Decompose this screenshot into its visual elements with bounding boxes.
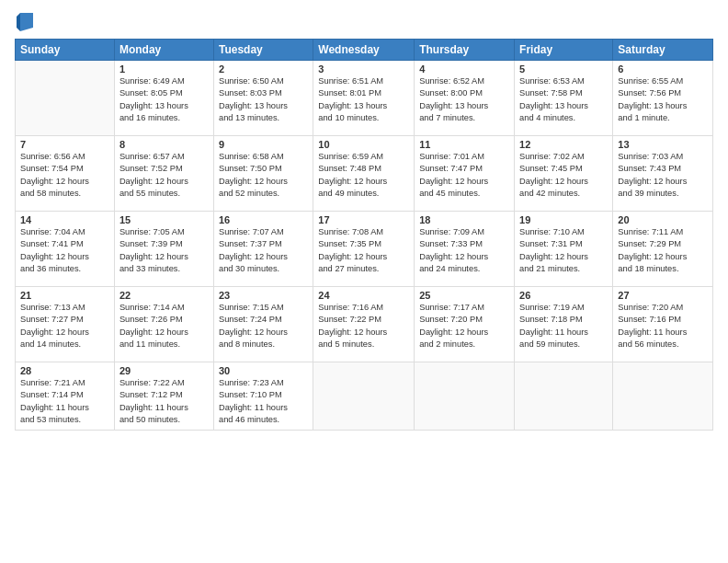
table-row: 12Sunrise: 7:02 AM Sunset: 7:45 PM Dayli… [515, 136, 613, 212]
day-info: Sunrise: 7:10 AM Sunset: 7:31 PM Dayligh… [519, 226, 608, 276]
day-info: Sunrise: 6:57 AM Sunset: 7:52 PM Dayligh… [119, 151, 209, 201]
col-wednesday: Wednesday [313, 40, 415, 61]
day-number: 10 [318, 139, 409, 150]
day-info: Sunrise: 7:21 AM Sunset: 7:14 PM Dayligh… [20, 377, 109, 427]
day-number: 17 [318, 214, 409, 225]
table-row: 22Sunrise: 7:14 AM Sunset: 7:26 PM Dayli… [114, 287, 213, 362]
day-info: Sunrise: 7:03 AM Sunset: 7:43 PM Dayligh… [618, 151, 708, 201]
table-row [313, 362, 415, 431]
table-row: 11Sunrise: 7:01 AM Sunset: 7:47 PM Dayli… [415, 136, 515, 212]
table-row: 6Sunrise: 6:55 AM Sunset: 7:56 PM Daylig… [613, 61, 713, 136]
day-number: 15 [119, 214, 209, 225]
calendar-week-row: 7Sunrise: 6:56 AM Sunset: 7:54 PM Daylig… [16, 136, 713, 212]
table-row: 30Sunrise: 7:23 AM Sunset: 7:10 PM Dayli… [213, 362, 313, 431]
day-info: Sunrise: 7:01 AM Sunset: 7:47 PM Dayligh… [419, 151, 509, 201]
day-number: 13 [618, 139, 708, 150]
table-row: 1Sunrise: 6:49 AM Sunset: 8:05 PM Daylig… [114, 61, 213, 136]
day-number: 22 [119, 290, 209, 301]
day-number: 30 [219, 365, 308, 376]
table-row: 5Sunrise: 6:53 AM Sunset: 7:58 PM Daylig… [515, 61, 613, 136]
day-number: 12 [519, 139, 608, 150]
day-info: Sunrise: 7:04 AM Sunset: 7:41 PM Dayligh… [20, 226, 109, 276]
day-info: Sunrise: 7:17 AM Sunset: 7:20 PM Dayligh… [419, 302, 509, 351]
day-number: 7 [20, 139, 109, 150]
day-number: 11 [419, 139, 509, 150]
day-number: 14 [20, 214, 109, 225]
day-info: Sunrise: 6:50 AM Sunset: 8:03 PM Dayligh… [219, 75, 308, 125]
table-row: 23Sunrise: 7:15 AM Sunset: 7:24 PM Dayli… [213, 287, 313, 362]
table-row: 14Sunrise: 7:04 AM Sunset: 7:41 PM Dayli… [16, 212, 115, 287]
day-number: 3 [318, 63, 409, 75]
table-row [613, 362, 713, 431]
table-row: 19Sunrise: 7:10 AM Sunset: 7:31 PM Dayli… [515, 212, 613, 287]
day-info: Sunrise: 7:22 AM Sunset: 7:12 PM Dayligh… [119, 377, 209, 427]
day-info: Sunrise: 7:13 AM Sunset: 7:27 PM Dayligh… [20, 302, 109, 351]
day-info: Sunrise: 7:07 AM Sunset: 7:37 PM Dayligh… [219, 226, 308, 276]
day-info: Sunrise: 6:52 AM Sunset: 8:00 PM Dayligh… [419, 75, 509, 125]
svg-marker-0 [20, 13, 33, 31]
table-row: 4Sunrise: 6:52 AM Sunset: 8:00 PM Daylig… [415, 61, 515, 136]
day-number: 21 [20, 290, 109, 301]
calendar-week-row: 14Sunrise: 7:04 AM Sunset: 7:41 PM Dayli… [16, 212, 713, 287]
page: Sunday Monday Tuesday Wednesday Thursday… [0, 0, 728, 563]
table-row: 2Sunrise: 6:50 AM Sunset: 8:03 PM Daylig… [213, 61, 313, 136]
day-info: Sunrise: 7:16 AM Sunset: 7:22 PM Dayligh… [318, 302, 409, 351]
table-row: 13Sunrise: 7:03 AM Sunset: 7:43 PM Dayli… [613, 136, 713, 212]
table-row: 15Sunrise: 7:05 AM Sunset: 7:39 PM Dayli… [114, 212, 213, 287]
table-row [515, 362, 613, 431]
day-number: 25 [419, 290, 509, 301]
logo [15, 11, 33, 31]
table-row: 26Sunrise: 7:19 AM Sunset: 7:18 PM Dayli… [515, 287, 613, 362]
day-number: 27 [618, 290, 708, 301]
day-info: Sunrise: 7:15 AM Sunset: 7:24 PM Dayligh… [219, 302, 308, 351]
calendar-week-row: 21Sunrise: 7:13 AM Sunset: 7:27 PM Dayli… [16, 287, 713, 362]
day-number: 19 [519, 214, 608, 225]
day-info: Sunrise: 7:14 AM Sunset: 7:26 PM Dayligh… [119, 302, 209, 351]
day-info: Sunrise: 6:56 AM Sunset: 7:54 PM Dayligh… [20, 151, 109, 201]
day-info: Sunrise: 7:08 AM Sunset: 7:35 PM Dayligh… [318, 226, 409, 276]
table-row [16, 61, 115, 136]
table-row: 16Sunrise: 7:07 AM Sunset: 7:37 PM Dayli… [213, 212, 313, 287]
day-number: 2 [219, 63, 308, 75]
col-friday: Friday [515, 40, 613, 61]
day-info: Sunrise: 6:55 AM Sunset: 7:56 PM Dayligh… [618, 75, 708, 125]
calendar-table: Sunday Monday Tuesday Wednesday Thursday… [15, 39, 713, 431]
col-sunday: Sunday [16, 40, 115, 61]
day-number: 5 [519, 63, 608, 75]
col-monday: Monday [114, 40, 213, 61]
table-row: 17Sunrise: 7:08 AM Sunset: 7:35 PM Dayli… [313, 212, 415, 287]
day-number: 4 [419, 63, 509, 75]
day-number: 8 [119, 139, 209, 150]
day-number: 6 [618, 63, 708, 75]
svg-marker-1 [17, 13, 20, 31]
day-number: 9 [219, 139, 308, 150]
calendar-week-row: 28Sunrise: 7:21 AM Sunset: 7:14 PM Dayli… [16, 362, 713, 431]
day-info: Sunrise: 7:09 AM Sunset: 7:33 PM Dayligh… [419, 226, 509, 276]
table-row: 20Sunrise: 7:11 AM Sunset: 7:29 PM Dayli… [613, 212, 713, 287]
col-saturday: Saturday [613, 40, 713, 61]
table-row: 27Sunrise: 7:20 AM Sunset: 7:16 PM Dayli… [613, 287, 713, 362]
day-info: Sunrise: 7:02 AM Sunset: 7:45 PM Dayligh… [519, 151, 608, 201]
day-info: Sunrise: 7:11 AM Sunset: 7:29 PM Dayligh… [618, 226, 708, 276]
day-info: Sunrise: 6:59 AM Sunset: 7:48 PM Dayligh… [318, 151, 409, 201]
day-info: Sunrise: 7:20 AM Sunset: 7:16 PM Dayligh… [618, 302, 708, 351]
calendar-header-row: Sunday Monday Tuesday Wednesday Thursday… [16, 40, 713, 61]
table-row: 8Sunrise: 6:57 AM Sunset: 7:52 PM Daylig… [114, 136, 213, 212]
table-row [415, 362, 515, 431]
day-info: Sunrise: 6:58 AM Sunset: 7:50 PM Dayligh… [219, 151, 308, 201]
day-number: 29 [119, 365, 209, 376]
day-info: Sunrise: 6:53 AM Sunset: 7:58 PM Dayligh… [519, 75, 608, 125]
day-info: Sunrise: 7:05 AM Sunset: 7:39 PM Dayligh… [119, 226, 209, 276]
day-info: Sunrise: 7:23 AM Sunset: 7:10 PM Dayligh… [219, 377, 308, 427]
table-row: 25Sunrise: 7:17 AM Sunset: 7:20 PM Dayli… [415, 287, 515, 362]
day-number: 23 [219, 290, 308, 301]
logo-icon [17, 11, 33, 31]
col-thursday: Thursday [415, 40, 515, 61]
day-number: 20 [618, 214, 708, 225]
day-number: 1 [119, 63, 209, 75]
calendar-week-row: 1Sunrise: 6:49 AM Sunset: 8:05 PM Daylig… [16, 61, 713, 136]
table-row: 24Sunrise: 7:16 AM Sunset: 7:22 PM Dayli… [313, 287, 415, 362]
header [15, 11, 713, 31]
day-number: 24 [318, 290, 409, 301]
day-number: 18 [419, 214, 509, 225]
